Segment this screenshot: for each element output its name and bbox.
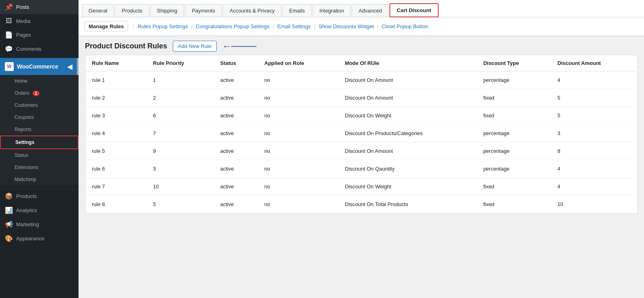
- cell-discount-type: fixed: [477, 107, 551, 125]
- subnav-manage-rules[interactable]: Manage Rules: [84, 21, 128, 31]
- sep-1: |: [133, 23, 134, 29]
- cell-applied-role: no: [258, 107, 338, 125]
- cell-discount-type: fixed: [477, 89, 551, 107]
- cell-applied-role: no: [258, 142, 338, 160]
- products-icon: 📦: [5, 192, 13, 200]
- cell-discount-amount: 4: [551, 160, 637, 178]
- sidebar-item-posts[interactable]: 📌 Posts: [0, 0, 79, 14]
- col-discount-type: Discount Type: [477, 55, 551, 71]
- sidebar-item-coupons[interactable]: Coupons: [0, 111, 79, 123]
- cell-discount-amount: 10: [551, 196, 637, 213]
- sidebar-item-customers[interactable]: Customers: [0, 99, 79, 111]
- cell-rule-name: rule 2: [85, 89, 147, 107]
- bottom-section: 📦 Products 📊 Analytics 📢 Marketing 🎨 App…: [0, 189, 79, 246]
- subnav-rules-popup[interactable]: Rules Popup Settings: [136, 23, 190, 30]
- sep-4: |: [314, 23, 315, 29]
- sep-2: |: [191, 23, 193, 29]
- woocommerce-label: WooCommerce: [17, 63, 58, 70]
- products-label: Products: [16, 193, 37, 199]
- marketing-label: Marketing: [16, 221, 39, 227]
- cell-status: active: [214, 142, 258, 160]
- sidebar-item-home[interactable]: Home: [0, 75, 79, 87]
- cell-status: active: [214, 125, 258, 142]
- sidebar-item-label: Media: [16, 18, 30, 24]
- mailchimp-label: Mailchimp: [14, 177, 36, 182]
- cell-status: active: [214, 160, 258, 178]
- subnav-close-popup-button[interactable]: Close Popup Button: [380, 23, 430, 30]
- sidebar-item-extensions[interactable]: Extensions: [0, 161, 79, 173]
- sidebar-item-label: Pages: [16, 32, 31, 38]
- cell-applied-role: no: [258, 178, 338, 196]
- cell-rule-priority: 2: [147, 89, 214, 107]
- table-header-row: Rule Name Rule Priority Status Applied o…: [85, 55, 638, 71]
- cell-discount-amount: 8: [551, 142, 637, 160]
- subnav-congratulations-popup[interactable]: Congratulations Popup Settings: [194, 23, 271, 30]
- settings-label: Settings: [15, 140, 34, 145]
- cell-rule-name: rule 8: [85, 196, 147, 213]
- sidebar-item-pages[interactable]: 📄 Pages: [0, 28, 79, 42]
- cell-discount-type: percentage: [477, 142, 551, 160]
- tab-integration[interactable]: Integration: [313, 4, 351, 17]
- sidebar-item-appearance[interactable]: 🎨 Appearance: [0, 231, 79, 246]
- cell-applied-role: no: [258, 125, 338, 142]
- cell-discount-amount: 4: [551, 178, 637, 196]
- cell-rule-name: rule 5: [85, 142, 147, 160]
- cell-mode-of-rule: Discount On Qauntity: [338, 160, 477, 178]
- cell-applied-role: no: [258, 196, 338, 213]
- cell-status: active: [214, 89, 258, 107]
- sidebar-item-analytics[interactable]: 📊 Analytics: [0, 203, 79, 217]
- sidebar-item-label: Posts: [16, 4, 29, 10]
- sep-3: |: [273, 23, 274, 29]
- cell-rule-name: rule 6: [85, 160, 147, 178]
- woocommerce-submenu: Home Orders 1 Customers Coupons Reports …: [0, 75, 79, 185]
- reports-label: Reports: [14, 127, 31, 132]
- sidebar-item-orders[interactable]: Orders 1: [0, 87, 79, 99]
- table-row[interactable]: rule 3 6 active no Discount On Weight fi…: [85, 107, 638, 125]
- pages-icon: 📄: [5, 31, 13, 39]
- cell-rule-priority: 5: [147, 196, 214, 213]
- sidebar-item-mailchimp[interactable]: Mailchimp: [0, 173, 79, 185]
- page-header: Product Discount Rules Add New Rule ←───…: [79, 36, 644, 55]
- sidebar-item-products[interactable]: 📦 Products: [0, 189, 79, 203]
- cell-rule-priority: 9: [147, 142, 214, 160]
- table-row[interactable]: rule 4 7 active no Discount On Products/…: [85, 125, 638, 142]
- add-new-rule-button[interactable]: Add New Rule: [173, 41, 217, 52]
- tab-products[interactable]: Products: [115, 4, 149, 17]
- cell-mode-of-rule: Discount On Amount: [338, 71, 477, 89]
- tab-advanced[interactable]: Advanced: [352, 4, 389, 17]
- cell-discount-type: percentage: [477, 160, 551, 178]
- subnav-email-settings[interactable]: Email Settings: [275, 23, 312, 30]
- tab-shipping[interactable]: Shipping: [150, 4, 184, 17]
- sidebar-item-settings[interactable]: Settings: [0, 135, 79, 149]
- table-row[interactable]: rule 6 3 active no Discount On Qauntity …: [85, 160, 638, 178]
- table-row[interactable]: rule 1 1 active no Discount On Amount pe…: [85, 71, 638, 89]
- table-row[interactable]: rule 2 2 active no Discount On Amount fi…: [85, 89, 638, 107]
- tab-payments[interactable]: Payments: [185, 4, 222, 17]
- home-label: Home: [14, 78, 27, 84]
- tab-accounts-privacy[interactable]: Accounts & Privacy: [223, 4, 282, 17]
- cell-status: active: [214, 196, 258, 213]
- status-label: Status: [14, 152, 28, 158]
- cell-rule-priority: 3: [147, 160, 214, 178]
- tab-cart-discount[interactable]: Cart Discount: [389, 3, 438, 17]
- sidebar-item-marketing[interactable]: 📢 Marketing: [0, 217, 79, 231]
- cell-mode-of-rule: Discount On Weight: [338, 107, 477, 125]
- table-row[interactable]: rule 5 9 active no Discount On Amount pe…: [85, 142, 638, 160]
- cell-discount-type: percentage: [477, 71, 551, 89]
- cell-rule-priority: 7: [147, 125, 214, 142]
- table-row[interactable]: rule 8 5 active no Discount On Total Pro…: [85, 196, 638, 213]
- sidebar: 📌 Posts 🖼 Media 📄 Pages 💬 Comments W Woo…: [0, 0, 79, 298]
- sidebar-item-status[interactable]: Status: [0, 149, 79, 161]
- subnav-show-discounts-widget[interactable]: Show Discounts Widget: [317, 23, 375, 30]
- sidebar-item-media[interactable]: 🖼 Media: [0, 14, 79, 28]
- tab-general[interactable]: General: [82, 4, 114, 17]
- cell-discount-type: percentage: [477, 125, 551, 142]
- sidebar-item-reports[interactable]: Reports: [0, 123, 79, 135]
- woocommerce-menu-header[interactable]: W WooCommerce ◀: [0, 58, 79, 75]
- appearance-label: Appearance: [16, 235, 44, 242]
- analytics-icon: 📊: [5, 206, 13, 214]
- table-row[interactable]: rule 7 10 active no Discount On Weight f…: [85, 178, 638, 196]
- tab-emails[interactable]: Emails: [282, 4, 312, 17]
- analytics-label: Analytics: [16, 207, 37, 213]
- sidebar-item-comments[interactable]: 💬 Comments: [0, 42, 79, 56]
